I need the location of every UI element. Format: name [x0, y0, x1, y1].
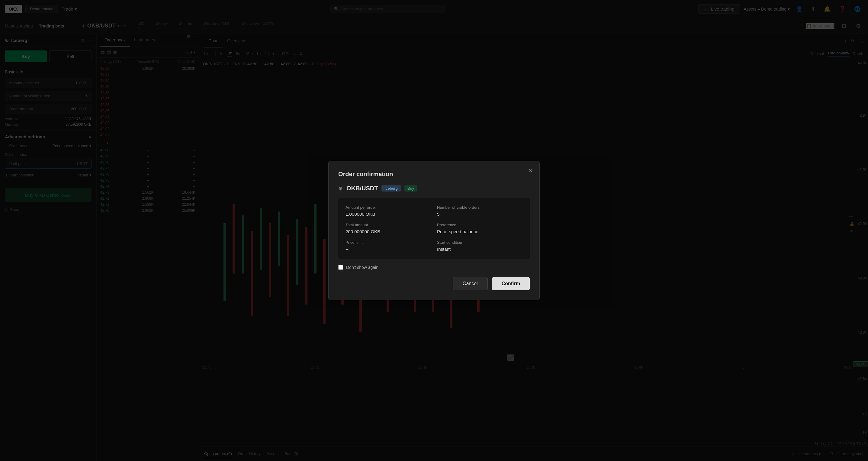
modal-preference: Preference Price-speed balance [437, 223, 523, 234]
modal-start-condition: Start condition Instant [437, 240, 523, 252]
confirm-button[interactable]: Confirm [492, 277, 530, 290]
modal-visible-label: Number of visible orders [437, 205, 523, 210]
modal-amount-label: Amount per order [345, 205, 431, 210]
modal-visible-value: 5 [437, 212, 523, 217]
modal-total-label: Total amount [345, 223, 431, 227]
modal-amount-value: 1.000000 OKB [345, 212, 431, 217]
cancel-button[interactable]: Cancel [453, 277, 488, 290]
modal-total-amount: Total amount 200.000000 OKB [345, 223, 431, 234]
modal-start-cond-value: Instant [437, 247, 523, 252]
modal-symbol-row: ⊕ OKB/USDT Iceberg Buy [338, 185, 530, 192]
modal-pair-icon: ⊕ [338, 185, 343, 192]
modal-badge-iceberg: Iceberg [381, 185, 401, 191]
modal-overlay: ✕ Order confirmation ⊕ OKB/USDT Iceberg … [0, 0, 868, 461]
modal-price-limit-label: Price limit [345, 240, 431, 245]
modal-start-cond-label: Start condition [437, 240, 523, 245]
dont-show-again-checkbox[interactable] [338, 265, 343, 270]
modal-badge-buy: Buy [404, 185, 417, 191]
order-confirmation-modal: ✕ Order confirmation ⊕ OKB/USDT Iceberg … [328, 161, 540, 300]
modal-amount-per-order: Amount per order 1.000000 OKB [345, 205, 431, 217]
modal-details: Amount per order 1.000000 OKB Number of … [338, 198, 530, 259]
dont-show-again-row: Don't show again [338, 265, 530, 270]
modal-total-value: 200.000000 OKB [345, 229, 431, 234]
modal-close-button[interactable]: ✕ [528, 167, 533, 174]
modal-actions: Cancel Confirm [338, 277, 530, 290]
modal-pref-value: Price-speed balance [437, 229, 523, 234]
modal-symbol: OKB/USDT [346, 185, 378, 192]
modal-pref-label: Preference [437, 223, 523, 227]
modal-title: Order confirmation [338, 171, 530, 178]
modal-price-limit-value: -- [345, 247, 431, 252]
modal-price-limit: Price limit -- [345, 240, 431, 252]
dont-show-again-label[interactable]: Don't show again [346, 265, 378, 270]
modal-visible-orders: Number of visible orders 5 [437, 205, 523, 217]
